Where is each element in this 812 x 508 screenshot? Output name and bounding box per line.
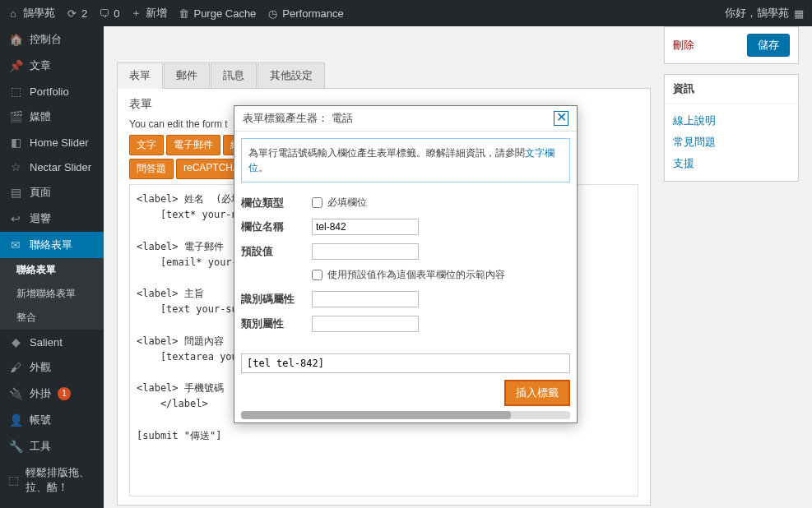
required-checkbox-label[interactable]: 必填欄位 [312,196,367,210]
sidebar-label: 帳號 [30,413,51,427]
admin-toolbar: ⌂鵠學苑 ⟳2 🗨0 ＋新增 🗑Purge Cache ◷Performance… [0,0,812,26]
count-badge: 1 [58,387,71,400]
close-icon[interactable]: ✕ [554,111,568,126]
tab[interactable]: 訊息 [211,62,257,89]
comment-icon: 🗨 [97,7,110,20]
menu-icon: 🖌 [8,361,23,374]
menu-icon: 🔧 [8,440,23,453]
menu-icon: ↩ [8,212,23,225]
menu-icon: 🎬 [8,110,23,123]
id-attr-label: 識別碼屬性 [241,292,312,307]
tab[interactable]: 表單 [117,62,163,89]
sidebar-label: Home Slider [30,136,89,149]
menu-icon: ⬚ [8,473,19,487]
sidebar-item[interactable]: 👤帳號 [0,407,104,433]
sidebar-label: 聯絡表單 [30,238,72,252]
home-icon: ⌂ [7,7,20,20]
menu-icon: 🏠 [8,33,23,46]
menu-icon: ◆ [8,335,23,349]
id-attr-input[interactable] [312,291,419,307]
sidebar-item[interactable]: 🔧工具 [0,433,104,460]
comments-link[interactable]: 🗨0 [97,7,119,20]
sidebar-item[interactable]: ✉聯絡表單 [0,232,104,258]
sidebar-label: Nectar Slider [30,161,91,173]
sidebar-item[interactable]: ⬚輕鬆排版拖、拉、酷！ [0,460,104,501]
refresh-link[interactable]: ⟳2 [65,7,87,20]
sidebar-item[interactable]: 🖌外觀 [0,354,104,381]
info-link[interactable]: 常見問題 [673,132,790,153]
menu-icon: 📌 [8,59,23,72]
menu-icon: ☆ [8,160,23,173]
trash-icon: 🗑 [177,7,190,20]
menu-icon: ◧ [8,136,23,149]
sidebar-item[interactable]: ↩迴響 [0,206,104,232]
site-link[interactable]: ⌂鵠學苑 [7,6,55,21]
sidebar-label: Portfolio [30,85,69,98]
admin-sidebar: 🏠控制台📌文章⬚Portfolio🎬媒體◧Home Slider☆Nectar … [0,26,104,508]
field-type-label: 欄位類型 [241,196,312,210]
tab[interactable]: 其他設定 [258,62,325,89]
sidebar-item[interactable]: ◆Salient [0,330,104,354]
field-name-input[interactable] [312,219,419,235]
sidebar-label: 外觀 [30,360,51,375]
required-checkbox[interactable] [312,197,322,208]
sidebar-item[interactable]: ⬚Portfolio [0,79,104,104]
sidebar-item[interactable]: 🔌外掛 1 [0,381,104,407]
info-link[interactable]: 線上說明 [673,110,790,132]
sidebar-label: 迴響 [30,211,51,226]
menu-icon: 🔌 [8,387,23,400]
tag-button[interactable]: 文字 [129,135,164,155]
sidebar-label: 輕鬆排版拖、拉、酷！ [26,465,95,495]
menu-icon: ▤ [8,186,23,199]
placeholder-checkbox-label[interactable]: 使用預設值作為這個表單欄位的示範內容 [312,268,505,282]
performance-link[interactable]: ◷Performance [266,7,343,20]
class-attr-label: 類別屬性 [241,316,312,331]
sidebar-label: 媒體 [30,109,51,124]
tag-button[interactable]: 問答題 [129,159,174,179]
sidebar-item[interactable]: ▤頁面 [0,179,104,206]
sidebar-item[interactable]: ⚙設定 [0,501,104,508]
sidebar-item[interactable]: ☆Nectar Slider [0,155,104,179]
tag-generator-modal: 表單標籤產生器： 電話 ✕ 為單行電話號碼輸入欄位產生表單標籤。瞭解詳細資訊，請… [234,105,578,423]
sidebar-label: 文章 [30,58,51,73]
right-column: 刪除 儲存 資訊 線上說明常見問題支援 [664,26,812,508]
menu-icon: ⬚ [8,85,23,98]
sidebar-label: Salient [30,336,63,349]
submenu-item[interactable]: 新增聯絡表單 [0,282,104,306]
modal-title: 表單標籤產生器： 電話 [243,111,353,126]
menu-icon: 👤 [8,413,23,427]
delete-link[interactable]: 刪除 [673,38,694,53]
default-value-input[interactable] [312,243,419,260]
sidebar-item[interactable]: 🎬媒體 [0,104,104,130]
sidebar-label: 頁面 [30,185,51,200]
add-new-link[interactable]: ＋新增 [129,6,167,21]
submenu-item[interactable]: 整合 [0,306,104,330]
default-value-label: 預設值 [241,244,312,259]
modal-horizontal-scrollbar[interactable] [241,411,570,419]
insert-tag-button[interactable]: 插入標籤 [504,380,570,406]
purge-cache-link[interactable]: 🗑Purge Cache [177,7,256,20]
sidebar-label: 控制台 [30,32,62,47]
tag-button[interactable]: 電子郵件 [166,135,220,155]
avatar-icon: ▦ [792,7,805,20]
field-name-label: 欄位名稱 [241,219,312,234]
user-greeting[interactable]: 你好，鵠學苑 ▦ [725,6,805,21]
modal-info-box: 為單行電話號碼輸入欄位產生表單標籤。瞭解詳細資訊，請參閱文字欄位。 [241,138,570,182]
save-button[interactable]: 儲存 [747,34,790,57]
menu-icon: ✉ [8,238,23,252]
placeholder-checkbox[interactable] [312,270,322,280]
submenu-item[interactable]: 聯絡表單 [0,258,104,282]
sidebar-item[interactable]: 🏠控制台 [0,26,104,53]
shortcode-output[interactable] [241,353,570,373]
plus-icon: ＋ [129,6,142,21]
sidebar-label: 工具 [30,439,51,454]
sidebar-item[interactable]: ◧Home Slider [0,130,104,155]
class-attr-input[interactable] [312,316,419,332]
status-box: 刪除 儲存 [664,26,799,64]
info-header: 資訊 [665,75,798,104]
info-link[interactable]: 支援 [673,153,790,174]
info-box: 資訊 線上說明常見問題支援 [664,74,799,182]
sidebar-item[interactable]: 📌文章 [0,53,104,79]
tab[interactable]: 郵件 [164,62,210,89]
sidebar-label: 外掛 [30,386,51,401]
